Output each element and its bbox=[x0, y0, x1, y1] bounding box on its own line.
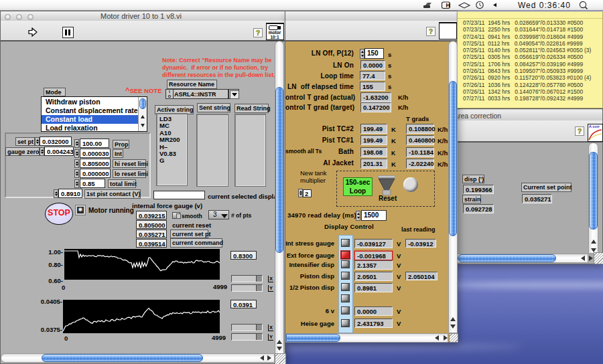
svg-text:H: H bbox=[446, 2, 450, 9]
